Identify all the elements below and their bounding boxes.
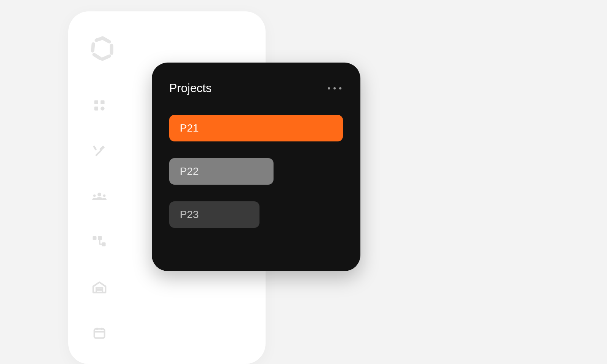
calendar-icon <box>93 326 106 340</box>
project-label: P21 <box>180 122 199 134</box>
grid-icon <box>93 99 106 112</box>
svg-rect-12 <box>99 243 102 245</box>
garage-icon <box>92 281 107 294</box>
svg-rect-2 <box>94 107 99 111</box>
svg-point-5 <box>97 193 101 196</box>
people-icon <box>92 191 107 202</box>
svg-point-6 <box>93 195 96 197</box>
svg-rect-10 <box>102 242 105 246</box>
dot-icon <box>328 87 330 89</box>
nodes-icon <box>92 235 107 248</box>
project-label: P22 <box>180 165 199 177</box>
project-item[interactable]: P22 <box>169 158 274 185</box>
nav-tools[interactable] <box>92 143 107 158</box>
svg-rect-9 <box>98 236 102 240</box>
svg-rect-0 <box>94 100 99 105</box>
nav-workflow[interactable] <box>92 234 107 249</box>
svg-rect-4 <box>93 145 97 150</box>
nav-calendar[interactable] <box>92 325 107 340</box>
panel-header: Projects <box>169 82 343 95</box>
nav-dashboard[interactable] <box>92 98 107 113</box>
svg-rect-1 <box>101 100 105 105</box>
tools-icon <box>92 144 107 158</box>
svg-rect-14 <box>94 329 105 338</box>
dot-icon <box>333 87 336 89</box>
svg-rect-8 <box>93 236 96 240</box>
nav-people[interactable] <box>92 189 107 204</box>
svg-rect-3 <box>101 107 105 111</box>
panel-title: Projects <box>169 82 212 95</box>
svg-point-7 <box>103 195 105 197</box>
projects-panel: Projects P21 P22 P23 <box>152 63 360 271</box>
aperture-logo-icon <box>89 35 116 62</box>
more-options-button[interactable] <box>328 87 343 89</box>
project-item[interactable]: P23 <box>169 201 259 228</box>
dot-icon <box>339 87 341 89</box>
nav-home[interactable] <box>92 280 107 295</box>
project-item-active[interactable]: P21 <box>169 115 343 141</box>
svg-rect-11 <box>99 240 100 244</box>
app-logo <box>87 33 118 64</box>
project-label: P23 <box>180 209 199 221</box>
